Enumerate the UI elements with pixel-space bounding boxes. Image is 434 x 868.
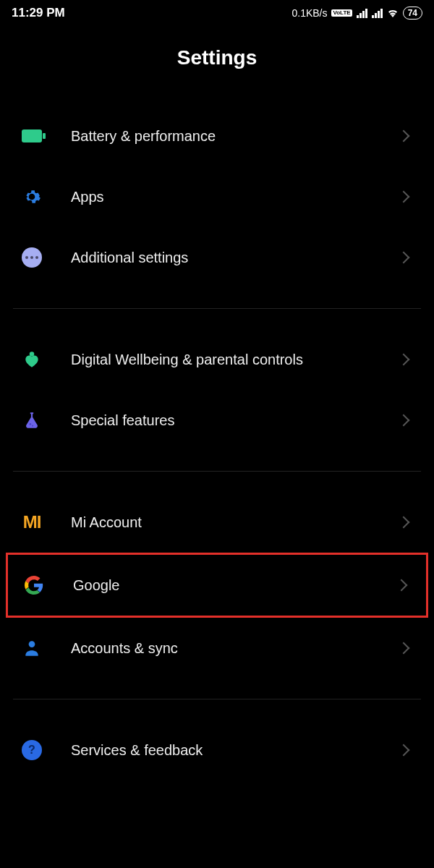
settings-item-label: Apps — [71, 187, 399, 207]
status-time: 11:29 PM — [12, 6, 65, 20]
status-bar: 11:29 PM 0.1KB/s VoLTE 74 — [0, 0, 434, 26]
battery-icon — [19, 123, 45, 149]
svg-point-3 — [29, 641, 35, 647]
settings-item-label: Google — [73, 576, 397, 595]
settings-item-battery-performance[interactable]: Battery & performance — [13, 106, 421, 166]
chevron-right-icon — [398, 130, 410, 142]
help-icon: ? — [19, 737, 45, 763]
battery-indicator: 74 — [403, 7, 422, 20]
status-indicators: 0.1KB/s VoLTE 74 — [292, 7, 422, 20]
settings-item-digital-wellbeing[interactable]: Digital Wellbeing & parental controls — [13, 329, 421, 390]
settings-item-special-features[interactable]: Special features — [13, 390, 421, 451]
google-icon — [21, 572, 47, 598]
settings-item-label: Services & feedback — [71, 741, 399, 760]
svg-point-2 — [32, 425, 33, 427]
chevron-right-icon — [398, 191, 410, 203]
settings-item-services-feedback[interactable]: ? Services & feedback — [13, 720, 421, 780]
svg-point-1 — [30, 423, 32, 425]
network-speed: 0.1KB/s — [292, 7, 327, 19]
settings-item-label: Digital Wellbeing & parental controls — [71, 350, 399, 370]
signal-icon-2 — [372, 8, 383, 18]
mi-icon: MI — [19, 509, 45, 535]
chevron-right-icon — [396, 579, 408, 592]
gear-icon — [19, 184, 45, 210]
divider — [13, 471, 421, 472]
chevron-right-icon — [398, 642, 410, 655]
chevron-right-icon — [398, 516, 410, 529]
flask-icon — [19, 407, 45, 433]
settings-item-mi-account[interactable]: MI Mi Account — [13, 492, 421, 553]
settings-item-label: Accounts & sync — [71, 639, 399, 658]
page-title: Settings — [0, 46, 434, 69]
svg-point-0 — [30, 352, 35, 357]
settings-item-label: Special features — [71, 411, 399, 430]
chevron-right-icon — [398, 252, 410, 264]
settings-list: Battery & performance Apps Additional se… — [0, 106, 434, 780]
settings-item-additional-settings[interactable]: Additional settings — [13, 227, 421, 288]
divider — [13, 308, 421, 309]
settings-item-apps[interactable]: Apps — [13, 166, 421, 227]
dots-icon — [19, 244, 45, 271]
signal-icon-1 — [357, 8, 367, 18]
settings-item-label: Additional settings — [71, 248, 399, 268]
divider — [13, 699, 421, 699]
settings-item-google[interactable]: Google — [6, 553, 428, 618]
page-header: Settings — [0, 26, 434, 106]
settings-item-label: Mi Account — [71, 513, 399, 532]
volte-icon: VoLTE — [331, 9, 352, 17]
chevron-right-icon — [398, 744, 410, 757]
chevron-right-icon — [398, 414, 410, 427]
chevron-right-icon — [398, 354, 410, 366]
settings-item-label: Battery & performance — [71, 127, 399, 146]
wellbeing-icon — [19, 346, 45, 373]
wifi-icon — [387, 7, 399, 19]
settings-item-accounts-sync[interactable]: Accounts & sync — [13, 618, 421, 678]
person-icon — [19, 635, 45, 661]
